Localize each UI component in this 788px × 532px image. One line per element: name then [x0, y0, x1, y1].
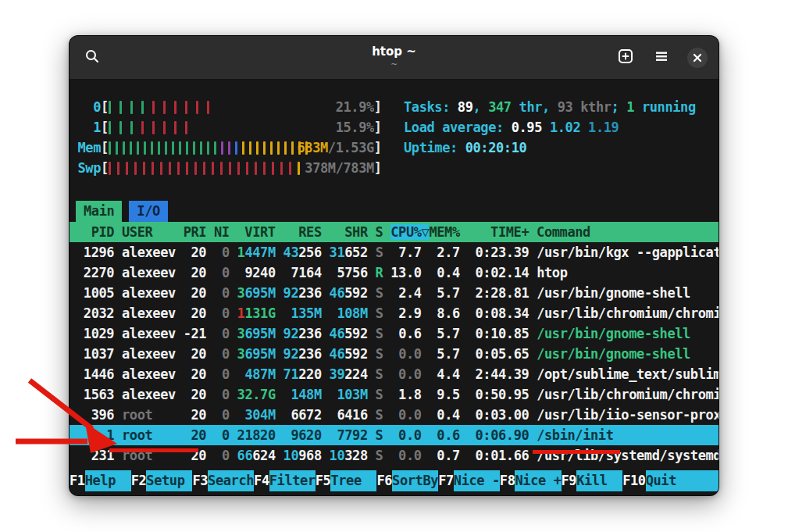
text-segment: 9240: [237, 265, 283, 280]
text-segment: alexeev: [122, 285, 184, 301]
text-segment: [276, 245, 283, 260]
text-segment: 0:10.85: [468, 326, 537, 341]
text-segment: 592: [344, 285, 375, 301]
text-segment: 92: [283, 285, 299, 301]
process-row-selected[interactable]: 1 root 20 0 21820 9620 7792 S 0.0 0.6 0:…: [70, 425, 718, 445]
fkey-label: Help: [85, 470, 131, 491]
text-segment: 0.95: [512, 120, 550, 135]
meter-bars: [109, 158, 306, 178]
text-segment: 21820: [237, 427, 283, 443]
text-segment: 0.0: [390, 346, 429, 362]
fkey-label: Kill: [576, 470, 622, 491]
text-segment: 0: [214, 448, 237, 463]
meter-value: 21.9%: [336, 97, 374, 117]
fkey-f4[interactable]: F4Filter: [254, 470, 316, 491]
tasks-line: Tasks: 89, 347 thr, 93 kthr; 1 running: [398, 97, 718, 117]
process-row[interactable]: 1029 alexeev -21 0 3695M 92236 46592 S 0…: [70, 323, 718, 344]
text-segment: 0:08.34: [468, 305, 537, 321]
meter-bars: [109, 117, 196, 137]
text-segment: 447M: [244, 245, 275, 260]
text-segment: 131G: [244, 305, 275, 321]
fkey-f3[interactable]: F3Search: [192, 470, 254, 491]
fkey-key: F5: [316, 470, 331, 491]
text-segment: /usr/bin/gnome-shell: [537, 285, 690, 301]
text-segment: S: [376, 427, 391, 443]
fkey-f7[interactable]: F7Nice -: [438, 470, 500, 491]
text-segment: 236: [298, 285, 329, 301]
close-button[interactable]: [686, 46, 709, 70]
text-segment: /usr/lib/chromium/chromi: [537, 387, 718, 402]
tab-io[interactable]: I/O: [129, 201, 168, 222]
text-segment: [276, 346, 283, 362]
text-segment: 236: [298, 326, 329, 341]
text-segment: 0: [214, 285, 237, 301]
text-segment: 8.6: [429, 305, 467, 321]
text-segment: 0.0: [390, 448, 429, 463]
text-segment: MEM% TIME+ Command: [429, 224, 590, 240]
text-segment: /usr/bin/gnome-shell: [537, 346, 690, 362]
fkey-f10[interactable]: F10Quit: [622, 470, 676, 491]
text-segment: 46: [330, 285, 345, 301]
text-segment: 7.7: [390, 245, 429, 260]
meter-close-bracket: ]: [374, 120, 382, 135]
fkey-label: Quit: [646, 470, 676, 491]
menu-button[interactable]: [650, 46, 673, 70]
fkey-f2[interactable]: F2Setup: [131, 470, 193, 491]
text-segment: 66: [237, 448, 253, 463]
fkey-f5[interactable]: F5Tree: [316, 470, 377, 491]
meter-label: 1: [76, 120, 101, 135]
process-row[interactable]: 1005 alexeev 20 0 3695M 92236 46592 S 2.…: [70, 283, 718, 303]
fkey-key: F1: [70, 470, 85, 491]
text-segment: 0: [214, 265, 237, 280]
swap-meter: Swp[378M/783M]: [70, 158, 391, 178]
text-segment: Uptime:: [404, 140, 465, 155]
search-icon: [84, 48, 100, 67]
process-row[interactable]: 1037 alexeev 20 0 3695M 92236 46592 S 0.…: [70, 344, 718, 364]
text-segment: 93 kthr: [558, 99, 612, 115]
tab-main[interactable]: Main: [76, 201, 122, 222]
meters-column: 0[21.9%]1[15.9%]Mem[683M/1.53G]Swp[378M/…: [70, 97, 391, 178]
text-segment: 135M: [283, 305, 330, 321]
text-segment: 2.9: [390, 305, 429, 321]
text-segment: running: [634, 99, 696, 115]
meter-open-bracket: [: [101, 120, 109, 135]
fkey-key: F3: [192, 470, 208, 491]
process-row[interactable]: 2270 alexeev 20 0 9240 7164 5756 R 13.0 …: [70, 262, 718, 283]
text-segment: 1.19: [588, 120, 619, 135]
fkey-key: F9: [562, 470, 577, 491]
fkey-key: F6: [376, 470, 392, 491]
text-segment: 4.4: [429, 366, 467, 382]
text-segment: 9620: [283, 427, 330, 443]
meter-value: 15.9%: [336, 117, 374, 137]
process-row[interactable]: 231 root 20 0 66624 10968 10328 S 0.0 0.…: [70, 445, 718, 466]
search-button[interactable]: [80, 46, 104, 70]
text-segment: 0.6: [390, 326, 429, 341]
table-header[interactable]: PID USER PRI NI VIRT RES SHR S CPU%▽MEM%…: [70, 222, 718, 242]
process-row[interactable]: 2032 alexeev 20 0 1131G 135M 108M S 2.9 …: [70, 303, 718, 323]
process-row[interactable]: 1563 alexeev 20 0 32.7G 148M 103M S 1.8 …: [70, 384, 718, 405]
fkey-f6[interactable]: F6SortBy: [376, 470, 438, 491]
text-segment: 1446: [76, 366, 122, 382]
text-segment: 0:50.95: [468, 387, 537, 402]
text-segment: 683M: [297, 140, 327, 155]
process-row[interactable]: 396 root 20 0 304M 6672 6416 S 0.0 0.4 0…: [70, 405, 718, 425]
text-segment: 1005: [76, 285, 122, 301]
fkey-f1[interactable]: F1Help: [70, 470, 131, 491]
text-segment: 3: [237, 346, 245, 362]
process-row[interactable]: 1446 alexeev 20 0 487M 71220 39224 S 0.0…: [70, 364, 718, 384]
fkey-f8[interactable]: F8Nice +: [500, 470, 562, 491]
text-segment: Tasks:: [404, 99, 458, 115]
text-segment: 0.0: [390, 407, 429, 423]
load-line: Load average: 0.95 1.02 1.19: [398, 117, 718, 137]
text-segment: 71: [283, 366, 299, 382]
memory-meter: Mem[683M/1.53G]: [70, 137, 391, 158]
text-segment: CPU%▽: [390, 224, 429, 240]
process-row[interactable]: 1296 alexeev 20 0 1447M 43256 31652 S 7.…: [70, 242, 718, 262]
text-segment: 304M: [237, 407, 283, 423]
text-segment: 0:03.00: [468, 407, 537, 423]
text-segment: S: [376, 366, 391, 382]
new-tab-button[interactable]: [614, 46, 637, 70]
info-column: Tasks: 89, 347 thr, 93 kthr; 1 runningLo…: [391, 97, 718, 178]
text-segment: 2.7: [429, 245, 467, 260]
fkey-f9[interactable]: F9Kill: [562, 470, 623, 491]
